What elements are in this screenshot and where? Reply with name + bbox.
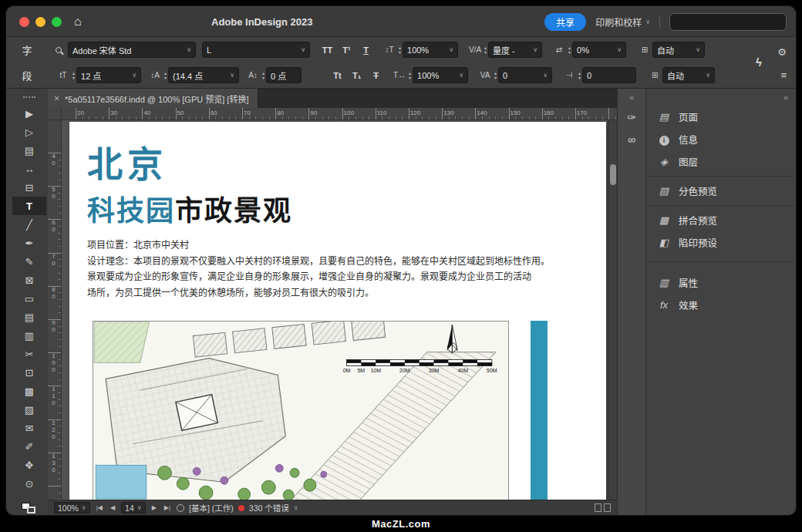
baseline-shift-field[interactable]: 0 点 [266, 67, 302, 83]
kerning-icon: V/A [467, 45, 483, 54]
first-page-button[interactable]: |◀ [95, 504, 104, 511]
tracking-field[interactable]: 0 ∨ [498, 67, 552, 83]
subscript-button[interactable]: T₁ [347, 67, 366, 83]
font-family-dropdown[interactable]: Adobe 宋体 Std ∨ [68, 42, 196, 58]
stroke-swatch[interactable] [27, 507, 35, 513]
preflight-icon[interactable] [177, 504, 184, 512]
vertical-scale-field[interactable]: 100% ∨ [403, 42, 458, 58]
hand-tool[interactable]: ✥ [12, 456, 46, 474]
type-tool[interactable]: T [12, 197, 46, 215]
collapse-panels-icon[interactable]: « [646, 89, 796, 106]
minimize-window-button[interactable] [35, 17, 45, 27]
preflight-menu-icon[interactable]: ∨ [294, 504, 298, 511]
attributes-panel[interactable]: ▥ 属性 [646, 271, 796, 294]
strikethrough-button[interactable]: T [366, 67, 386, 83]
effects-panel[interactable]: fx 效果 [646, 294, 796, 316]
eyedropper-tool[interactable]: ✐ [12, 437, 46, 456]
horizontal-scale-icon: T↔ [392, 71, 407, 79]
flattener-preview-panel[interactable]: ▦ 拼合预览 [646, 209, 796, 231]
zoom-window-button[interactable] [52, 17, 62, 27]
close-tab-icon[interactable]: × [54, 93, 59, 104]
superscript-button[interactable]: T¹ [337, 42, 356, 58]
aki-spacing-stepper[interactable]: ▴▾ [578, 71, 581, 80]
next-page-button[interactable]: ▶ [150, 504, 158, 511]
proportional-spacing-icon: ⇄ [551, 45, 567, 54]
document-tab[interactable]: × *5a05117e3566f.indd @ 100% [GPU 预览] [转… [48, 89, 258, 108]
page-tool[interactable]: ▤ [12, 141, 46, 160]
content-collector-tool[interactable]: ⊟ [12, 178, 46, 197]
leading-stepper[interactable]: ▴▾ [164, 71, 167, 80]
grid-alignment-dropdown[interactable]: 自动 ∨ [652, 42, 705, 58]
layers-panel[interactable]: ◈ 图层 [646, 150, 796, 173]
scrollbar-thumb[interactable] [610, 164, 616, 185]
workspace-dropdown[interactable]: 印刷和校样 ∨ [595, 15, 650, 29]
all-caps-button[interactable]: TT [318, 42, 337, 58]
home-icon[interactable]: ⌂ [74, 6, 82, 37]
vertical-scale-stepper[interactable]: ▴▾ [399, 45, 401, 55]
separations-preview-panel[interactable]: ▨ 分色预览 [646, 180, 796, 202]
font-style-dropdown[interactable]: L ∨ [202, 42, 310, 58]
font-size-field[interactable]: 12 点 ∨ [76, 67, 141, 83]
pages-panel[interactable]: ▤ 页面 [646, 106, 796, 128]
titlebar: ⌂ Adobe InDesign 2023 共享 印刷和校样 ∨ [6, 6, 796, 37]
gradient-swatch-tool[interactable]: ▩ [12, 382, 46, 400]
free-transform-tool[interactable]: ⊡ [12, 363, 46, 382]
panel-menu-icon[interactable]: ≡ [780, 69, 787, 81]
toolbar-grip[interactable] [23, 96, 35, 98]
leading-field[interactable]: (14.4 点 ∨ [168, 67, 239, 83]
fill-stroke-swatches[interactable] [22, 503, 37, 513]
underline-button[interactable]: T [356, 42, 376, 58]
pencil-tool[interactable]: ✎ [12, 252, 46, 271]
proportional-spacing-stepper[interactable]: ▴▾ [568, 45, 571, 55]
tracking-stepper[interactable]: ▴▾ [494, 71, 497, 80]
close-window-button[interactable] [19, 17, 29, 27]
kerning-stepper[interactable]: ▴▾ [484, 45, 487, 55]
info-panel[interactable]: i 信息 [646, 128, 796, 150]
baseline-shift-stepper[interactable]: ▴▾ [262, 71, 265, 80]
character-controls-tab[interactable]: 字 [6, 37, 48, 62]
rectangle-tool[interactable]: ▭ [12, 289, 46, 308]
pasteboard[interactable]: 北京 科技园市政景观 项目位置：北京市中关村设计理念：本项目的景观不仅要融入中关… [62, 120, 608, 500]
gradient-feather-tool[interactable]: ▨ [12, 400, 46, 419]
share-button[interactable]: 共享 [544, 13, 586, 31]
chevron-down-icon: ∨ [692, 46, 700, 53]
page-view-icons[interactable] [595, 503, 611, 512]
previous-page-button[interactable]: ◀ [109, 504, 116, 511]
zoom-tool[interactable]: ⊙ [12, 474, 46, 493]
links-panel[interactable]: ∞ [618, 128, 645, 150]
horizontal-grid-tool[interactable]: ▤ [12, 308, 46, 326]
selection-tool[interactable]: ▶ [12, 104, 46, 123]
kerning-field[interactable]: 量度 - ∨ [488, 42, 542, 58]
vertical-grid-tool[interactable]: ▥ [12, 326, 46, 345]
pen-tool[interactable]: ✒ [12, 234, 46, 252]
note-tool[interactable]: ✉ [12, 419, 46, 437]
line-tool[interactable]: ╱ [12, 215, 46, 234]
grid-alignment-dropdown-2[interactable]: 自动 ∨ [662, 67, 715, 83]
small-caps-button[interactable]: Tt [328, 67, 347, 83]
aki-spacing-field[interactable]: 0 [582, 67, 636, 83]
expand-panels-icon[interactable]: « [618, 89, 645, 106]
document-tabbar: × *5a05117e3566f.indd @ 100% [GPU 预览] [转… [48, 89, 617, 108]
gpu-performance-icon[interactable]: ϟ [756, 56, 762, 69]
cc-libraries-panel[interactable]: ✑ [618, 106, 645, 128]
scissors-tool[interactable]: ✂ [12, 345, 46, 363]
gear-icon[interactable]: ⚙ [777, 46, 787, 58]
rectangle-frame-tool[interactable]: ⊠ [12, 271, 46, 289]
zoom-level-dropdown[interactable]: 100% ∨ [54, 502, 90, 513]
scale-label: 0M [343, 368, 351, 373]
gap-tool[interactable]: ↔ [12, 160, 46, 178]
last-page-button[interactable]: ▶| [163, 504, 172, 511]
direct-selection-tool[interactable]: ▷ [12, 123, 46, 141]
font-search-icon[interactable] [56, 47, 62, 53]
error-count: 330 个错误 [249, 502, 289, 513]
search-input[interactable] [669, 13, 787, 31]
horizontal-scale-field[interactable]: 100% ∨ [413, 67, 468, 83]
paragraph-controls-tab[interactable]: 段 [6, 62, 48, 88]
vertical-scrollbar[interactable] [608, 120, 617, 500]
font-size-stepper[interactable]: ▴▾ [72, 71, 75, 80]
horizontal-scale-stepper[interactable]: ▴▾ [409, 71, 411, 80]
proportional-spacing-field[interactable]: 0% ∨ [572, 42, 626, 58]
page-number-dropdown[interactable]: 14 ∨ [121, 502, 146, 513]
trap-presets-panel[interactable]: ◧ 陷印预设 [646, 231, 796, 254]
ruler-origin-box[interactable] [48, 108, 62, 120]
